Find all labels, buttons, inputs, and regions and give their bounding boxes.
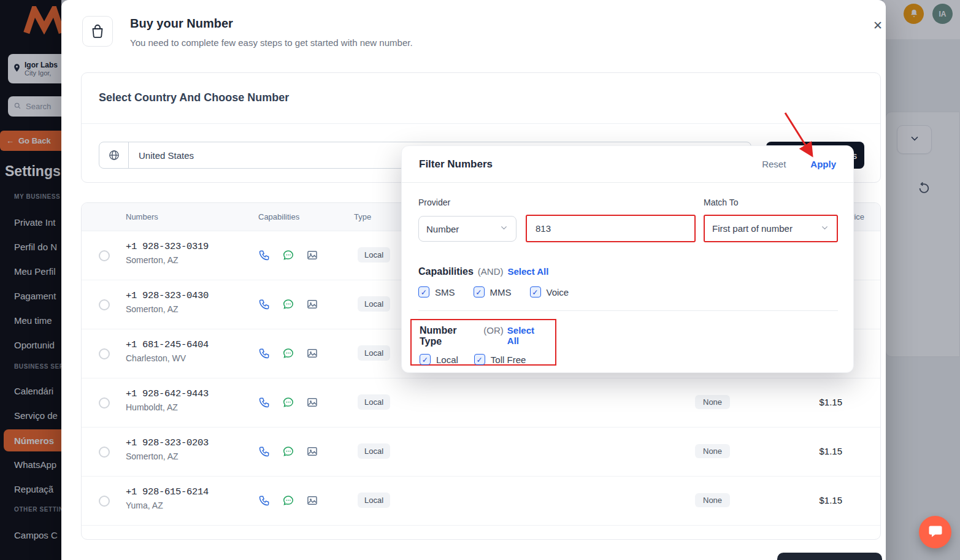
voice-icon [258,347,271,359]
price-value: $1.15 [819,397,842,407]
radio-button[interactable] [99,299,110,310]
checkbox-sms-label: SMS [435,287,455,297]
checkbox-mms[interactable] [474,286,485,297]
shopping-bag-icon [82,16,113,47]
voice-icon [258,445,271,458]
checkbox-local-label: Local [436,355,458,365]
mms-icon [306,445,318,458]
chevron-down-icon [499,223,509,234]
type-badge: Local [358,493,390,508]
filter-title: Filter Numbers [419,158,493,171]
phone-location: Somerton, AZ [126,255,209,265]
radio-button[interactable] [99,447,110,458]
sms-icon [282,396,294,408]
capabilities-select-all-link[interactable]: Select All [507,266,548,277]
phone-number: +1 928-642-9443 [126,388,209,399]
provider-query-input[interactable] [526,215,696,242]
voice-icon [258,298,271,310]
voice-icon [258,494,271,507]
sms-icon [282,494,294,507]
sms-icon [282,249,294,261]
checkbox-sms[interactable] [418,286,429,297]
divider [82,123,880,124]
checkbox-voice-label: Voice [547,287,569,297]
number-type-annotation-box: Number Type (OR) Select All Local Toll F… [410,319,556,366]
type-badge: Local [358,345,390,361]
phone-number: +1 681-245-6404 [126,339,209,350]
checkbox-mms-label: MMS [490,287,512,297]
chevron-down-icon [820,223,829,234]
radio-button[interactable] [99,250,110,261]
country-value: United States [129,150,194,161]
mms-icon [306,298,318,310]
column-header-type: Type [354,212,371,221]
phone-number: +1 928-323-0319 [126,241,209,252]
radio-button[interactable] [99,397,110,408]
sms-icon [282,347,294,359]
phone-location: Somerton, AZ [126,304,209,314]
provider-select[interactable]: Number [418,216,516,242]
checkbox-toll-free-label: Toll Free [491,355,526,365]
type-badge: Local [358,296,390,312]
capabilities-label: Capabilities [418,266,474,277]
number-type-label: Number Type [420,325,480,347]
close-icon[interactable]: ✕ [869,16,887,34]
capabilities-operator: (AND) [478,266,504,277]
provider-selected-value: Number [426,224,459,234]
sms-icon [282,445,294,458]
phone-location: Humboldt, AZ [126,402,209,412]
section-title: Select Country And Choose Number [99,91,289,104]
modal-title: Buy your Number [130,17,233,31]
phone-location: Somerton, AZ [126,451,209,461]
requirement-badge: None [695,493,730,507]
phone-number: +1 928-323-0430 [126,290,209,301]
requirement-badge: None [695,444,730,458]
annotation-arrow [772,104,827,168]
price-value: $1.15 [819,446,842,456]
modal-subtitle: You need to complete few easy steps to g… [130,37,413,48]
checkbox-voice[interactable] [530,286,541,297]
match-to-select[interactable]: First part of number [704,215,838,242]
type-badge: Local [358,394,390,410]
number-type-select-all-link[interactable]: Select All [507,325,547,346]
mms-icon [306,494,318,507]
type-badge: Local [358,443,390,459]
globe-icon [99,142,129,168]
divider [418,310,838,311]
requirement-badge: None [695,395,730,409]
column-header-numbers: Numbers [126,212,158,221]
phone-location: Charleston, WV [126,353,209,363]
checkbox-local[interactable] [420,354,431,365]
price-value: $1.15 [819,495,842,505]
radio-button[interactable] [99,496,110,507]
mms-icon [306,249,318,261]
mms-icon [306,347,318,359]
checkbox-toll-free[interactable] [474,354,485,365]
phone-number: +1 928-323-0203 [126,437,209,448]
phone-number: +1 928-615-6214 [126,486,209,497]
number-type-operator: (OR) [483,325,504,336]
voice-icon [258,249,271,261]
filter-numbers-popup: Filter Numbers Reset Apply Provider Numb… [401,145,854,373]
match-to-label: Match To [704,198,739,207]
table-row[interactable]: +1 928-615-6214Yuma, AZ Local None $1.15 [82,477,880,526]
chat-bubble-icon [928,524,943,541]
voice-icon [258,396,271,408]
bottom-action-button[interactable] [777,553,882,560]
provider-label: Provider [418,198,450,207]
table-row[interactable]: +1 928-642-9443Humboldt, AZ Local None $… [82,378,880,428]
phone-location: Yuma, AZ [126,501,209,510]
type-badge: Local [358,247,390,263]
column-header-capabilities: Capabilities [258,212,299,221]
sms-icon [282,298,294,310]
chat-launcher-button[interactable] [919,516,951,548]
match-to-selected-value: First part of number [712,223,793,234]
table-row[interactable]: +1 928-323-0203Somerton, AZ Local None $… [82,428,880,477]
radio-button[interactable] [99,348,110,359]
mms-icon [306,396,318,408]
